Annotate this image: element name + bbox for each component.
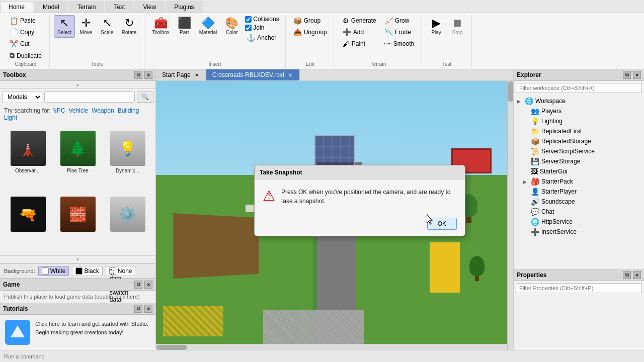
generate-button[interactable]: ⚙ Generate [339, 15, 380, 26]
main-area: Toolbox ⧉ ✕ ▲ Models Decals Audio Meshes… [0, 69, 644, 350]
ungroup-button[interactable]: 📤 Ungroup [290, 27, 331, 38]
suggestion-weapon[interactable]: Weapon [92, 107, 114, 114]
toolbox-search-input[interactable] [44, 92, 135, 103]
toolbox-close-button[interactable]: ✕ [144, 71, 152, 79]
scroll-thumb-v[interactable] [508, 81, 513, 102]
stop-icon: ⏹ [452, 18, 463, 29]
bg-black-option[interactable]: Black [72, 266, 102, 276]
tab-test[interactable]: Test [105, 1, 133, 13]
scale-button[interactable]: ⤡ Scale [97, 15, 117, 38]
tree-item-serverstorage[interactable]: 💾 ServerStorage [515, 156, 643, 166]
part-button[interactable]: ⬛ Part [174, 15, 195, 38]
properties-close-button[interactable]: ✕ [633, 271, 641, 279]
tree-item-replicated-storage[interactable]: 📦 ReplicatedStorage [515, 136, 643, 146]
toolbox-item-b2[interactable]: 🧱 [54, 193, 102, 251]
terrain-col2: 📈 Grow 📉 Erode 〰 Smooth [381, 15, 418, 49]
bg-none-label: None [118, 267, 132, 275]
toolbox-category-dropdown[interactable]: Models Decals Audio Meshes [2, 91, 42, 103]
toolbox-item-b3[interactable]: ⚙️ [104, 193, 151, 251]
move-button[interactable]: ✛ Move [76, 15, 96, 38]
paste-button[interactable]: 📋 Paste [6, 15, 45, 26]
tutorials-float-button[interactable]: ⧉ [134, 305, 142, 313]
toolbox-item-b1[interactable]: 🔫 [4, 193, 52, 251]
cut-button[interactable]: ✂️ Cut [6, 38, 45, 49]
game-title: Game [3, 281, 20, 288]
toolbox-item-obs[interactable]: 🗼 Observati... [4, 127, 52, 191]
bg-none-option[interactable]: ');" data-name="none-swatch" data-intera… [106, 266, 136, 276]
stop-button[interactable]: ⏹ Stop [447, 15, 467, 38]
tutorials-content[interactable]: Click here to learn and get started with… [0, 315, 155, 350]
tree-item-startergui[interactable]: 🖼 StarterGui [515, 166, 643, 176]
erode-button[interactable]: 📉 Erode [381, 27, 418, 38]
rotate-button[interactable]: ↻ Rotate [118, 15, 140, 38]
game-close-button[interactable]: ✕ [144, 281, 152, 289]
explorer-close-button[interactable]: ✕ [633, 71, 641, 79]
tree-item-workspace[interactable]: ▶ 🌐 Workspace [515, 96, 643, 106]
tree-item-httpservice[interactable]: 🌐 HttpService [515, 217, 643, 227]
tutorials-close-button[interactable]: ✕ [144, 305, 152, 313]
toolbox-search-button[interactable]: 🔍 [137, 92, 153, 103]
tab-home[interactable]: Home [0, 1, 33, 13]
properties-float-button[interactable]: ⧉ [623, 271, 631, 279]
paint-button[interactable]: 🖌 Paint [339, 38, 380, 49]
tree-item-chat[interactable]: 💬 Chat [515, 207, 643, 217]
viewport-scrollbar-vertical[interactable] [507, 81, 513, 350]
viewport-tab-crossroads[interactable]: Crossroads-RBLXDEV.rbxl ✕ [206, 69, 300, 80]
toolbox-item-dyn[interactable]: 💡 Dynamic... [104, 127, 151, 191]
tab-view[interactable]: View [134, 1, 165, 13]
toolbox-icon: 🧰 [154, 18, 168, 29]
explorer-float-button[interactable]: ⧉ [623, 71, 631, 79]
black-swatch [75, 267, 83, 275]
suggestion-light[interactable]: Light [4, 114, 17, 121]
duplicate-button[interactable]: ⧉ Duplicate [6, 50, 45, 61]
game-publish-message[interactable]: Publish this place to load game data (do… [0, 291, 155, 303]
httpservice-icon: 🌐 [531, 218, 539, 226]
tree-item-serverscript[interactable]: 📜 ServerScriptService [515, 146, 643, 156]
toolbox-float-button[interactable]: ⧉ [134, 71, 142, 79]
tree-item-players[interactable]: 👥 Players [515, 106, 643, 116]
scroll-thumb-h[interactable] [156, 345, 187, 350]
copy-button[interactable]: 📄 Copy [6, 27, 45, 38]
explorer-search-bar [514, 81, 644, 95]
viewport-tab-startpage[interactable]: Start Page ✕ [156, 69, 206, 80]
toolbox-item-pine[interactable]: 🌲 Pine Tree [54, 127, 102, 191]
bg-white-option[interactable]: White [38, 266, 69, 276]
color-button[interactable]: 🎨 Color [221, 15, 242, 38]
explorer-search-input[interactable] [516, 83, 642, 93]
suggestion-npc[interactable]: NPC [52, 107, 65, 114]
group-button[interactable]: 📦 Group [290, 15, 331, 26]
suggestion-vehicle[interactable]: Vehicle [68, 107, 88, 114]
tree-item-lighting[interactable]: 💡 Lighting [515, 116, 643, 126]
material-button[interactable]: 🔷 Material [196, 15, 221, 38]
suggestion-building[interactable]: Building [118, 107, 139, 114]
dialog-title: Take Snapshot [260, 169, 302, 176]
tab-model[interactable]: Model [34, 1, 68, 13]
collisions-checkbox[interactable] [245, 16, 252, 23]
command-input[interactable] [4, 353, 640, 359]
game-float-button[interactable]: ⧉ [134, 281, 142, 289]
add-terrain-button[interactable]: ➕ Add [339, 27, 380, 38]
grow-button[interactable]: 📈 Grow [381, 15, 418, 26]
play-button[interactable]: ▶ Play [426, 15, 446, 38]
viewport-3d[interactable]: Take Snapshot ⚠ Press OK when you've pos… [156, 81, 513, 350]
toolbox-button[interactable]: 🧰 Toolbox [148, 15, 173, 38]
viewport-scrollbar-horizontal[interactable] [156, 344, 507, 350]
tree-item-insertservice[interactable]: ➕ InsertService [515, 227, 643, 237]
properties-search-input[interactable] [516, 283, 642, 293]
tree-item-soundscape[interactable]: 🔊 Soundscape [515, 197, 643, 207]
crossroads-close[interactable]: ✕ [287, 72, 293, 78]
tree-item-replicated-first[interactable]: 📁 ReplicatedFirst [515, 126, 643, 136]
color-icon: 🎨 [225, 18, 238, 29]
insertservice-icon: ➕ [531, 228, 539, 236]
tutorials-title: Tutorials [3, 305, 28, 312]
startpage-close[interactable]: ✕ [194, 72, 200, 78]
tree-item-starterpack[interactable]: ▶ 🎒 StarterPack [515, 176, 643, 187]
tab-plugins[interactable]: Plugins [166, 1, 202, 13]
tab-terrain[interactable]: Terrain [69, 1, 105, 13]
smooth-button[interactable]: 〰 Smooth [381, 38, 418, 49]
anchor-button[interactable]: ⚓ Anchor [243, 32, 281, 43]
select-button[interactable]: ↖ Select [54, 15, 75, 38]
ungroup-icon: 📤 [293, 28, 302, 36]
tree-item-starterplayer[interactable]: 👤 StarterPlayer [515, 187, 643, 197]
join-checkbox[interactable] [245, 25, 252, 31]
